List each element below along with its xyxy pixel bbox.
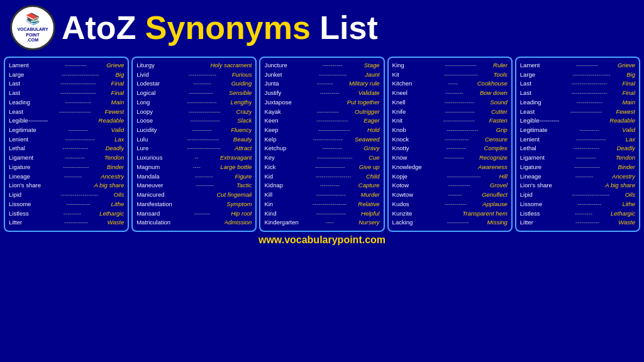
word-label: Kitchen xyxy=(392,79,429,89)
synonym-label: Lengthy xyxy=(231,98,252,107)
word-label: Matriculation xyxy=(136,218,173,228)
dots-separator: -------- xyxy=(301,79,349,89)
word-label: Long xyxy=(136,98,173,107)
table-row: Kopje-----------------Hill xyxy=(392,172,508,182)
dots-separator: --------------- xyxy=(429,98,491,107)
synonym-label: Main xyxy=(111,98,125,107)
dots-separator: ---------- xyxy=(301,144,364,153)
synonym-label: Big xyxy=(626,70,635,80)
synonym-label: Military rule xyxy=(349,79,380,89)
table-row: Junket--------------Jaunt xyxy=(264,70,379,80)
dots-separator: ----------- xyxy=(429,181,490,190)
synonym-label: Oils xyxy=(625,190,635,200)
synonym-label: Give up xyxy=(359,163,380,172)
synonym-label: Censure xyxy=(485,135,508,145)
word-label: Juncture xyxy=(264,61,301,70)
dots-separator: ----------------- xyxy=(173,144,235,153)
table-row: Kelp---------------Seaweed xyxy=(264,135,379,145)
word-label: Ligature xyxy=(520,163,557,172)
table-row: Leading-------------Main xyxy=(9,98,124,107)
word-label: King xyxy=(392,61,429,70)
table-row: Lacking-----------Missing xyxy=(392,218,508,228)
word-label: Lipid xyxy=(9,190,45,200)
synonym-label: Gravy xyxy=(364,144,379,153)
synonym-label: Oils xyxy=(114,190,124,200)
synonym-label: Waste xyxy=(107,218,124,228)
word-label: Ketchup xyxy=(264,144,301,153)
table-row: KnowledgeAwareness xyxy=(392,163,508,172)
table-row: Kudos-----------Applause xyxy=(392,200,508,209)
word-label: Junket xyxy=(264,70,301,80)
synonym-label: Outrigger xyxy=(355,107,380,117)
synonym-label: Ancestry xyxy=(101,172,124,182)
title-synonyms: Synonyms xyxy=(136,9,310,46)
dots-separator: ------------------ xyxy=(557,79,623,89)
table-row: Kindergarten----Nursery xyxy=(264,218,379,228)
synonym-label: Bow down xyxy=(480,89,508,98)
dots-separator: --------------- xyxy=(301,135,355,145)
dots-separator: ------------------- xyxy=(45,70,115,80)
synonym-label: Furious xyxy=(232,70,252,80)
word-label: Luxurious xyxy=(136,153,173,163)
word-label: Livid xyxy=(136,70,173,80)
word-label: Last xyxy=(520,79,557,89)
word-label: Magnum xyxy=(136,163,173,172)
word-label: Kneel xyxy=(392,89,429,98)
synonym-label: Lethargic xyxy=(611,209,635,219)
table-row: Ligature-------------Binder xyxy=(9,163,124,172)
dots-separator: ---------------- xyxy=(557,107,616,117)
word-label: Lodestar xyxy=(136,79,173,89)
table-row: MatriculationAdmission xyxy=(136,218,252,228)
dots-separator: ---------- xyxy=(429,144,484,153)
word-label: Litter xyxy=(520,218,557,228)
word-label: Legitimate xyxy=(9,126,45,135)
word-label: Justify xyxy=(264,89,301,98)
word-label: Kick xyxy=(264,163,301,172)
dots-separator: ---------- xyxy=(429,153,479,163)
word-label: Kudos xyxy=(392,200,429,209)
synonym-label: Final xyxy=(622,89,635,98)
dots-separator: ---------------- xyxy=(429,61,494,70)
dots-separator: --------------- xyxy=(429,107,491,117)
dots-separator: ---------------- xyxy=(301,116,364,126)
word-label: Loopy xyxy=(136,107,173,117)
synonym-label: Valid xyxy=(111,126,124,135)
synonym-label: Grieve xyxy=(618,61,635,70)
synonym-label: Valid xyxy=(622,126,635,135)
dots-separator: --------- xyxy=(45,209,99,219)
word-label: Kindergarten xyxy=(264,218,301,228)
dots-separator: ----------------- xyxy=(429,70,494,80)
word-label: Keep xyxy=(264,126,301,135)
synonym-label: Child xyxy=(366,172,380,182)
synonym-label: Lethargic xyxy=(99,209,124,219)
synonym-label: Grip xyxy=(496,126,508,135)
dots-separator: ---------------- xyxy=(45,107,105,117)
word-label: Manicured xyxy=(136,190,173,200)
table-row: Long---------------Lengthy xyxy=(136,98,252,107)
word-label: Lament xyxy=(520,61,557,70)
table-row: Lodestar---------Guiding xyxy=(136,79,252,89)
synonym-label: Tendon xyxy=(104,153,124,163)
table-row: Kin-----------------Relative xyxy=(264,200,379,209)
synonym-label: Ruler xyxy=(493,61,508,70)
synonym-label: Seaweed xyxy=(355,135,380,145)
table-row: Lament-----------Grieve xyxy=(9,61,124,70)
table-row: Kid------------------Child xyxy=(264,172,379,182)
dots-separator: ---- xyxy=(301,218,358,228)
table-row: Leading-------------Main xyxy=(520,98,635,107)
table-row: Maneuver---------Tactic xyxy=(136,181,252,190)
table-row: Lion's shareA big share xyxy=(520,181,635,190)
dots-separator: --------- xyxy=(45,172,101,182)
table-row: Kind---------------Helpful xyxy=(264,209,379,219)
word-label: Kill xyxy=(264,190,301,200)
word-label: Knock xyxy=(392,135,429,145)
table-row: Key------------------Cue xyxy=(264,153,379,163)
table-row: Litter------------Waste xyxy=(9,218,124,228)
synonym-label: Hill xyxy=(499,172,508,182)
word-label: Kidnap xyxy=(264,181,301,190)
word-label: Lure xyxy=(136,144,173,153)
dots-separator: ---------- xyxy=(301,61,364,70)
word-label: Last xyxy=(9,89,45,98)
word-label: Legible---------- xyxy=(520,116,559,126)
dots-separator: ------------ xyxy=(557,218,618,228)
